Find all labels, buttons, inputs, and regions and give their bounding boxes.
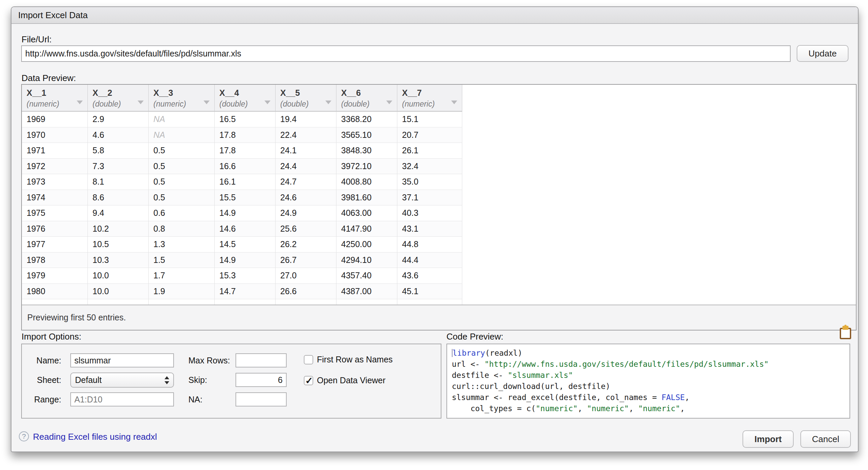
table-cell <box>215 299 276 305</box>
first-row-as-names-option[interactable]: First Row as Names <box>304 355 393 364</box>
preview-footer-text: Previewing first 50 entries. <box>27 313 126 322</box>
table-cell: 14.7 <box>215 284 276 300</box>
table-cell: 9.4 <box>88 205 149 221</box>
open-data-viewer-option[interactable]: Open Data Viewer <box>304 375 385 385</box>
table-cell: 26.6 <box>276 284 336 300</box>
table-cell: 0.5 <box>149 159 215 174</box>
first-row-as-names-checkbox[interactable] <box>304 355 313 364</box>
help-icon[interactable]: ? <box>19 431 29 441</box>
table-cell: 10.2 <box>88 221 149 237</box>
table-cell: 43.1 <box>397 221 462 237</box>
update-button[interactable]: Update <box>797 45 848 62</box>
table-row: 198010.01.914.726.64387.0045.1 <box>22 284 856 300</box>
cancel-button[interactable]: Cancel <box>800 430 851 448</box>
table-row-partial <box>22 299 856 305</box>
table-cell <box>88 299 149 305</box>
table-cell: 2.9 <box>88 112 149 127</box>
column-header[interactable]: X__5(double) <box>276 85 336 112</box>
table-cell: 3565.10 <box>336 127 397 143</box>
clipboard-icon[interactable] <box>840 326 851 339</box>
column-header[interactable]: X__1(numeric) <box>22 85 88 112</box>
table-cell: 16.5 <box>215 112 276 127</box>
data-preview-label: Data Preview: <box>22 73 76 83</box>
skip-input[interactable] <box>236 373 287 387</box>
code-line: library(readxl) <box>452 348 845 359</box>
range-input[interactable] <box>70 392 174 406</box>
column-header[interactable]: X__7(numeric) <box>397 85 462 112</box>
data-preview-table: X__1(numeric)X__2(double)X__3(numeric)X_… <box>21 84 857 331</box>
preview-body: 19692.9NA16.519.43368.2015.119704.6NA17.… <box>22 112 856 305</box>
table-row: 19704.6NA17.822.43565.1020.7 <box>22 127 856 143</box>
table-cell: 16.6 <box>215 159 276 174</box>
table-cell: 1969 <box>22 112 88 127</box>
table-cell: 7.3 <box>88 159 149 174</box>
table-cell: 1971 <box>22 143 88 159</box>
table-cell: 24.6 <box>276 190 336 206</box>
table-row: 19748.60.515.524.63981.6037.1 <box>22 190 856 206</box>
table-cell: 26.7 <box>276 253 336 268</box>
file-url-input[interactable] <box>21 45 790 62</box>
table-cell: 25.6 <box>276 221 336 237</box>
table-cell: 4250.00 <box>336 237 397 253</box>
range-label: Range: <box>22 392 61 406</box>
table-cell: 1.9 <box>149 284 215 300</box>
table-cell <box>336 299 397 305</box>
table-cell: 17.8 <box>215 127 276 143</box>
table-cell: NA <box>149 112 215 127</box>
na-input[interactable] <box>236 392 287 406</box>
code-line: slsummar <- read_excel(destfile, col_nam… <box>452 392 845 403</box>
table-cell <box>149 299 215 305</box>
max-rows-input[interactable] <box>236 353 287 367</box>
table-row: 197710.51.314.526.24250.0044.8 <box>22 237 856 253</box>
table-cell <box>22 299 88 305</box>
table-row: 197610.20.814.625.64147.9043.1 <box>22 221 856 237</box>
table-cell: 14.9 <box>215 253 276 268</box>
open-data-viewer-checkbox[interactable] <box>304 376 313 385</box>
table-cell: 1970 <box>22 127 88 143</box>
import-options-label: Import Options: <box>22 332 82 342</box>
table-cell: 27.0 <box>276 268 336 284</box>
column-sort-icon[interactable] <box>77 101 83 104</box>
name-label: Name: <box>22 353 61 367</box>
import-button[interactable]: Import <box>743 430 794 448</box>
table-cell: 16.1 <box>215 174 276 190</box>
table-cell: 0.5 <box>149 143 215 159</box>
table-row: 19759.40.614.924.94063.0040.3 <box>22 205 856 221</box>
first-row-as-names-label: First Row as Names <box>317 355 393 364</box>
help-icon-glyph: ? <box>22 432 26 440</box>
column-header[interactable]: X__6(double) <box>336 85 397 112</box>
name-input[interactable] <box>70 353 174 367</box>
column-sort-icon[interactable] <box>386 101 392 104</box>
skip-label: Skip: <box>188 373 207 387</box>
column-header[interactable]: X__2(double) <box>88 85 149 112</box>
table-cell: 15.5 <box>215 190 276 206</box>
column-sort-icon[interactable] <box>204 101 210 104</box>
table-row: 19715.80.517.824.13848.3026.1 <box>22 143 856 159</box>
column-sort-icon[interactable] <box>265 101 271 104</box>
table-cell: 26.2 <box>276 237 336 253</box>
table-cell: 5.8 <box>88 143 149 159</box>
code-line: destfile <- "slsummar.xls" <box>452 370 845 381</box>
table-cell: 40.3 <box>397 205 462 221</box>
table-cell: 4147.90 <box>336 221 397 237</box>
table-cell: 4357.40 <box>336 268 397 284</box>
table-cell: 3981.60 <box>336 190 397 206</box>
column-header[interactable]: X__4(double) <box>215 85 276 112</box>
code-editor[interactable]: library(readxl)url <- "http://www.fns.us… <box>446 344 850 418</box>
sheet-dropdown[interactable]: Default <box>70 372 174 388</box>
column-sort-icon[interactable] <box>137 101 144 104</box>
table-row: 19738.10.516.124.74008.8035.0 <box>22 174 856 190</box>
table-cell: 1.3 <box>149 237 215 253</box>
preview-footer: Previewing first 50 entries. <box>22 305 856 330</box>
table-cell <box>397 299 462 305</box>
readxl-help-link[interactable]: Reading Excel files using readxl <box>33 432 157 442</box>
table-cell: 10.3 <box>88 253 149 268</box>
table-cell: 10.0 <box>88 284 149 300</box>
column-sort-icon[interactable] <box>451 101 457 104</box>
table-cell: 1975 <box>22 205 88 221</box>
column-header[interactable]: X__3(numeric) <box>149 85 215 112</box>
import-options-box: Name: Max Rows: First Row as Names Sheet… <box>21 344 441 418</box>
column-sort-icon[interactable] <box>326 101 331 104</box>
table-cell: 1977 <box>22 237 88 253</box>
table-cell: 8.1 <box>88 174 149 190</box>
